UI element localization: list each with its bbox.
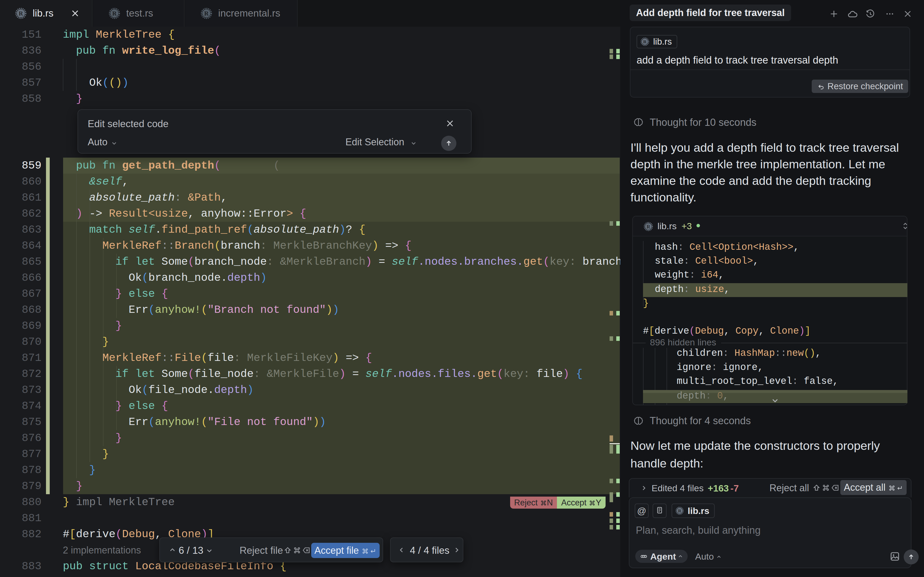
svg-text:R: R xyxy=(678,508,682,513)
svg-text:R: R xyxy=(19,10,23,17)
svg-text:R: R xyxy=(643,39,647,44)
svg-text:R: R xyxy=(112,10,117,17)
svg-text:R: R xyxy=(204,10,209,17)
